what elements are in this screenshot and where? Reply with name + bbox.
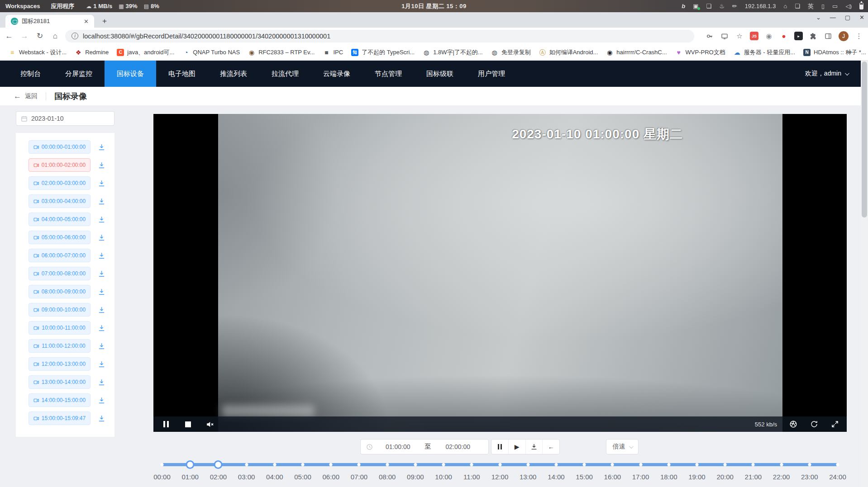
bookmark-item[interactable]: Ⓐ如何编译Android...: [535, 48, 602, 57]
nav-tab-1[interactable]: 分屏监控: [53, 61, 105, 87]
extensions-puzzle-icon[interactable]: [809, 32, 818, 41]
side-panel-icon[interactable]: [824, 32, 833, 41]
nav-tab-5[interactable]: 拉流代理: [259, 61, 311, 87]
bookmark-item[interactable]: ■IPC: [319, 49, 347, 56]
pause-button[interactable]: [491, 440, 509, 454]
nav-tab-6[interactable]: 云端录像: [311, 61, 362, 87]
passkey-icon[interactable]: [705, 32, 714, 41]
volume-icon[interactable]: ◁): [845, 3, 852, 9]
extension-js-icon[interactable]: JS: [750, 32, 758, 40]
stop-icon[interactable]: [183, 420, 192, 429]
record-download-button[interactable]: [96, 160, 106, 170]
nav-tab-0[interactable]: 控制台: [8, 61, 53, 87]
new-tab-button[interactable]: +: [99, 16, 110, 27]
record-item[interactable]: 14:00:00-15:00:00: [29, 393, 91, 407]
record-download-button[interactable]: [96, 395, 106, 405]
start-time-value[interactable]: 01:00:00: [373, 443, 423, 450]
home-button-icon[interactable]: ⌂: [49, 32, 62, 41]
record-item[interactable]: 13:00:00-14:00:00: [29, 375, 91, 389]
record-item[interactable]: 00:00:00-01:00:00: [29, 140, 91, 154]
close-window-button[interactable]: ✕: [859, 14, 864, 21]
bookmark-item[interactable]: ❖Redmine: [71, 49, 113, 56]
taskbar-clock[interactable]: 1月10日 星期二 15：09: [401, 2, 466, 10]
record-item[interactable]: 05:00:00-06:00:00: [29, 231, 91, 244]
record-item[interactable]: 15:00:00-15:09:47: [29, 411, 91, 425]
record-item[interactable]: 03:00:00-04:00:00: [29, 194, 91, 208]
nav-tab-4[interactable]: 推流列表: [208, 61, 259, 87]
back-icon[interactable]: ←: [3, 32, 15, 41]
pause-icon[interactable]: [162, 420, 171, 429]
extension-circle-icon[interactable]: ◉: [764, 32, 773, 41]
mute-icon[interactable]: [205, 420, 214, 429]
record-download-button[interactable]: [96, 287, 106, 297]
seek-back-button[interactable]: ←: [543, 440, 559, 454]
back-button[interactable]: ← 返回: [14, 92, 38, 101]
record-download-button[interactable]: [96, 323, 106, 333]
date-picker[interactable]: 2023-01-10: [16, 111, 114, 126]
record-download-button[interactable]: [96, 341, 106, 351]
bookmark-star-icon[interactable]: ☆: [735, 32, 744, 41]
workspaces-button[interactable]: Workspaces: [0, 3, 45, 9]
timeline-handle-1[interactable]: [214, 460, 223, 469]
record-download-button[interactable]: [96, 232, 106, 242]
bookmark-item[interactable]: ◔QNAP Turbo NAS: [178, 49, 244, 56]
record-item[interactable]: 02:00:00-03:00:00: [29, 176, 91, 190]
forward-icon[interactable]: →: [18, 32, 31, 41]
download-button[interactable]: [526, 440, 543, 454]
video-surface[interactable]: 2023-01-10 01:00:00 星期二: [218, 114, 782, 432]
record-item[interactable]: 11:00:00-12:00:00: [29, 339, 91, 353]
nav-tab-9[interactable]: 用户管理: [466, 61, 517, 87]
snapshot-icon[interactable]: [789, 420, 798, 429]
record-download-button[interactable]: [96, 251, 106, 260]
record-download-button[interactable]: [96, 142, 106, 152]
cast-icon[interactable]: [720, 32, 729, 41]
play-button[interactable]: ▶: [509, 440, 526, 454]
record-item[interactable]: 01:00:00-02:00:00: [29, 158, 91, 172]
user-menu[interactable]: 欢迎，admin: [805, 70, 848, 78]
app-tray-icon[interactable]: ▣: [693, 3, 698, 9]
reload-icon[interactable]: ↻: [33, 31, 46, 41]
record-item[interactable]: 07:00:00-08:00:00: [29, 267, 91, 280]
maximize-button[interactable]: ▢: [845, 14, 850, 21]
extension-adblock-icon[interactable]: ●: [779, 32, 788, 41]
record-item[interactable]: 10:00:00-11:00:00: [29, 321, 91, 335]
scrollbar-thumb[interactable]: [862, 61, 867, 217]
time-range-input[interactable]: 01:00:00 至 02:00:00: [360, 439, 489, 454]
tab-search-icon[interactable]: ⌄: [816, 14, 821, 21]
nav-tab-7[interactable]: 节点管理: [362, 61, 414, 87]
record-download-button[interactable]: [96, 178, 106, 188]
screen-rotate-icon[interactable]: ▯: [821, 3, 825, 9]
record-download-button[interactable]: [96, 214, 106, 224]
coffee-icon[interactable]: ♨: [719, 3, 725, 9]
site-info-icon[interactable]: i: [72, 33, 78, 39]
profile-avatar[interactable]: J: [839, 31, 849, 41]
ime-indicator[interactable]: 英: [808, 2, 814, 10]
refresh-icon[interactable]: [810, 420, 819, 429]
bookmark-item[interactable]: 知了不起的 TypeScri...: [347, 48, 419, 57]
record-download-button[interactable]: [96, 359, 106, 369]
record-download-button[interactable]: [96, 269, 106, 279]
bookmark-item[interactable]: ◉hairrrrr/C-CrashC...: [602, 49, 671, 56]
menu-kebab-icon[interactable]: ⋮: [854, 32, 863, 41]
record-download-button[interactable]: [96, 377, 106, 387]
battery-icon[interactable]: [859, 3, 863, 9]
display-icon[interactable]: ▭: [832, 3, 838, 9]
home-icon[interactable]: ⌂: [783, 3, 787, 9]
fullscreen-icon[interactable]: [830, 420, 839, 429]
bookmark-item[interactable]: ≡Webstack - 设计...: [5, 48, 71, 57]
extension-dark-icon[interactable]: ▸: [794, 32, 803, 40]
end-time-value[interactable]: 02:00:00: [433, 443, 483, 450]
bookmark-item[interactable]: ◉RFC2833 – RTP Ev...: [244, 49, 319, 56]
record-download-button[interactable]: [96, 305, 106, 315]
bookmarks-overflow-icon[interactable]: »: [848, 48, 861, 56]
record-item[interactable]: 09:00:00-10:00:00: [29, 303, 91, 317]
bookmark-item[interactable]: ◍1.8W字|了不起的...: [419, 48, 487, 57]
browser-tab[interactable]: 国标28181 ✕: [5, 15, 94, 28]
record-item[interactable]: 08:00:00-09:00:00: [29, 285, 91, 298]
color-picker-icon[interactable]: ✏: [732, 3, 737, 9]
address-bar[interactable]: i localhost:38080/#/gbRecordDetail/34020…: [65, 30, 694, 43]
speed-dropdown[interactable]: 倍速: [606, 439, 639, 454]
nav-tab-2[interactable]: 国标设备: [105, 61, 156, 87]
nav-tab-8[interactable]: 国标级联: [414, 61, 466, 87]
record-item[interactable]: 04:00:00-05:00:00: [29, 213, 91, 226]
